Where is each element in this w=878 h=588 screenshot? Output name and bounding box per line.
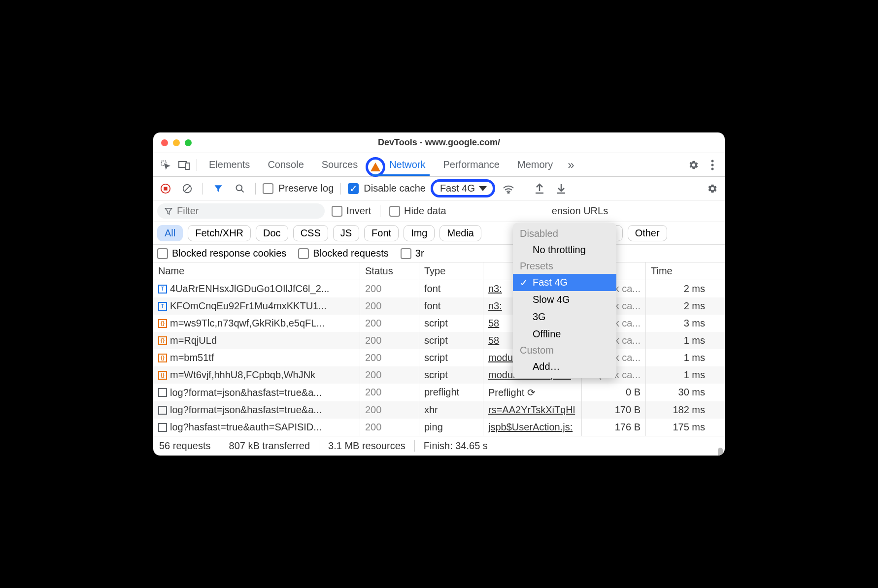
table-row[interactable]: log?format=json&hasfast=true&a... 200 xh…: [153, 401, 725, 419]
dropdown-item-3g[interactable]: 3G: [513, 308, 616, 326]
close-window-button[interactable]: [161, 139, 168, 146]
clear-button[interactable]: [179, 180, 196, 197]
request-time: 1 ms: [646, 366, 710, 384]
chip-media[interactable]: Media: [439, 225, 481, 241]
table-row[interactable]: T KFOmCnqEu92Fr1Mu4mxKKTU1... 200 font n…: [153, 297, 725, 315]
preserve-log-checkbox[interactable]: [263, 183, 273, 194]
dropdown-section-disabled: Disabled: [513, 226, 616, 241]
table-row[interactable]: {} m=bm51tf 200 script moduleloader.js:5…: [153, 349, 725, 366]
column-time[interactable]: Time: [646, 262, 710, 280]
status-bar: 56 requests 807 kB transferred 3.1 MB re…: [153, 436, 725, 456]
tab-network[interactable]: Network: [368, 154, 433, 175]
tab-elements[interactable]: Elements: [201, 154, 258, 175]
chip-fetch-xhr[interactable]: Fetch/XHR: [188, 225, 251, 241]
maximize-window-button[interactable]: [185, 139, 192, 146]
initiator-link[interactable]: jspb$UserAction.js:: [488, 422, 573, 432]
request-status: 200: [360, 384, 419, 401]
chip-img[interactable]: Img: [404, 225, 435, 241]
devtools-window: DevTools - www.google.com/ Elements Cons…: [153, 132, 725, 456]
kebab-menu-icon[interactable]: [704, 157, 721, 173]
tab-memory[interactable]: Memory: [509, 154, 561, 175]
funnel-icon: [164, 207, 173, 216]
tab-sources[interactable]: Sources: [314, 154, 366, 175]
divider: [197, 159, 197, 171]
column-name[interactable]: Name: [153, 262, 360, 280]
tab-console[interactable]: Console: [260, 154, 311, 175]
network-settings-icon[interactable]: [704, 180, 721, 197]
chip-css[interactable]: CSS: [293, 225, 328, 241]
chip-font[interactable]: Font: [364, 225, 399, 241]
throttling-selected-value: Fast 4G: [440, 183, 475, 194]
request-status: 200: [360, 332, 419, 349]
table-header: Name Status Type Size Time: [153, 262, 725, 280]
chip-all[interactable]: All: [157, 225, 183, 241]
table-row[interactable]: {} m=RqjULd 200 script 58 (disk ca... 1 …: [153, 332, 725, 349]
filter-row: Invert Hide data ension URLs: [153, 200, 725, 222]
preserve-log-label: Preserve log: [278, 183, 334, 194]
initiator-link[interactable]: 58: [488, 318, 499, 328]
column-status[interactable]: Status: [360, 262, 419, 280]
column-type[interactable]: Type: [419, 262, 483, 280]
svg-point-10: [236, 185, 242, 191]
third-party-checkbox[interactable]: [401, 248, 411, 259]
table-row[interactable]: log?hasfast=true&auth=SAPISID... 200 pin…: [153, 419, 725, 436]
filter-icon[interactable]: [210, 180, 227, 197]
table-row[interactable]: {} m=Wt6vjf,hhhU8,FCpbqb,WhJNk 200 scrip…: [153, 366, 725, 384]
request-name: KFOmCnqEu92Fr1Mu4mxKKTU1...: [170, 300, 327, 312]
initiator-link[interactable]: n3:: [488, 300, 502, 311]
svg-rect-2: [185, 163, 189, 169]
request-name: m=Wt6vjf,hhhU8,FCpbqb,WhJNk: [170, 369, 315, 381]
tab-performance[interactable]: Performance: [436, 154, 508, 175]
svg-point-5: [711, 167, 714, 170]
initiator-link[interactable]: rs=AA2YrTskXiTqHl: [488, 404, 575, 415]
request-time: 2 ms: [646, 280, 710, 297]
table-row[interactable]: {} m=ws9Tlc,n73qwf,GkRiKb,e5qFL... 200 s…: [153, 315, 725, 332]
request-name: m=bm51tf: [170, 352, 214, 363]
download-har-icon[interactable]: [553, 180, 570, 197]
initiator-link[interactable]: n3:: [488, 283, 502, 294]
request-type: font: [419, 280, 483, 297]
throttling-dropdown: Disabled No throttling Presets Fast 4G S…: [513, 223, 616, 378]
divider: [203, 183, 203, 195]
dropdown-item-fast-4g[interactable]: Fast 4G: [513, 274, 616, 291]
initiator-link[interactable]: 58: [488, 335, 499, 346]
request-type: font: [419, 297, 483, 315]
script-file-icon: {}: [158, 319, 167, 328]
doc-file-icon: [158, 423, 167, 432]
chip-js[interactable]: JS: [333, 225, 359, 241]
minimize-window-button[interactable]: [173, 139, 180, 146]
table-row[interactable]: T 4UaRrENHsxJlGDuGo1OIlJfC6l_2... 200 fo…: [153, 280, 725, 297]
upload-har-icon[interactable]: [531, 180, 548, 197]
chip-other[interactable]: Other: [628, 225, 667, 241]
blocked-requests-checkbox[interactable]: [298, 248, 309, 259]
record-button[interactable]: [157, 180, 174, 197]
search-icon[interactable]: [232, 180, 248, 197]
dropdown-item-add[interactable]: Add…: [513, 358, 616, 375]
device-toggle-icon[interactable]: [176, 157, 193, 173]
hide-data-checkbox[interactable]: [389, 206, 400, 217]
scrollbar-thumb[interactable]: [718, 448, 723, 456]
throttling-select[interactable]: Fast 4G: [431, 179, 495, 197]
dropdown-item-slow-4g[interactable]: Slow 4G: [513, 291, 616, 308]
table-row[interactable]: log?format=json&hasfast=true&a... 200 pr…: [153, 384, 725, 401]
dropdown-item-offline[interactable]: Offline: [513, 326, 616, 343]
third-party-label-partial: 3r: [415, 248, 424, 259]
blocked-requests-label: Blocked requests: [313, 248, 388, 259]
invert-checkbox[interactable]: [332, 206, 342, 217]
request-status: 200: [360, 297, 419, 315]
inspect-icon[interactable]: [157, 157, 174, 173]
blocked-response-cookies-checkbox[interactable]: [157, 248, 168, 259]
filter-input[interactable]: [177, 205, 318, 217]
filter-input-wrap[interactable]: [157, 203, 325, 219]
dropdown-item-no-throttling[interactable]: No throttling: [513, 241, 616, 259]
settings-icon[interactable]: [685, 157, 702, 173]
request-initiator: jspb$UserAction.js:: [483, 419, 582, 436]
tab-network-label: Network: [389, 159, 425, 170]
network-conditions-icon[interactable]: [500, 180, 517, 197]
request-type: ping: [419, 419, 483, 436]
disable-cache-checkbox[interactable]: ✓: [348, 183, 359, 194]
chip-doc[interactable]: Doc: [256, 225, 288, 241]
request-time: 182 ms: [646, 401, 710, 419]
more-tabs-button[interactable]: »: [563, 158, 579, 172]
request-status: 200: [360, 315, 419, 332]
